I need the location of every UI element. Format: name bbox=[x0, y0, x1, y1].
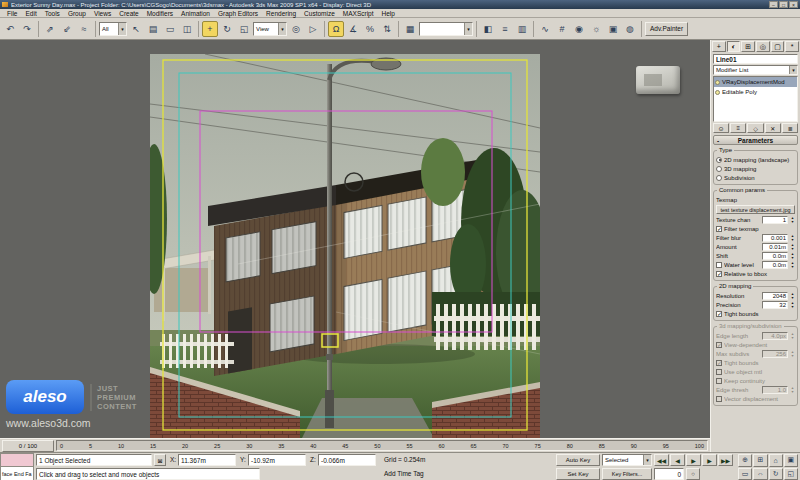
material-editor-icon[interactable]: ◉ bbox=[571, 21, 587, 37]
mirror-icon[interactable]: ◧ bbox=[480, 21, 496, 37]
spinner-down-icon[interactable]: ▾ bbox=[790, 265, 795, 269]
spinner-down-icon[interactable]: ▾ bbox=[790, 247, 795, 251]
3d-mapping-radio[interactable] bbox=[716, 166, 722, 172]
maximize-button[interactable]: □ bbox=[779, 1, 788, 8]
render-view[interactable] bbox=[150, 54, 540, 438]
subdivision-radio[interactable] bbox=[716, 175, 722, 181]
distant-object[interactable] bbox=[636, 66, 680, 94]
resolution-field[interactable]: 2048 bbox=[762, 292, 788, 300]
spinner-icon[interactable]: ▴▾ bbox=[790, 261, 795, 268]
curve-editor-icon[interactable]: ∿ bbox=[537, 21, 553, 37]
chevron-down-icon[interactable]: ▾ bbox=[464, 23, 472, 35]
select-and-move-icon[interactable]: + bbox=[202, 21, 218, 37]
reference-coordinate-system-dropdown[interactable]: View▾ bbox=[253, 22, 287, 36]
z-coordinate-field[interactable]: -0.066m bbox=[318, 454, 376, 466]
spinner-icon[interactable]: ▴▾ bbox=[790, 243, 795, 250]
next-frame-button[interactable]: ▶ bbox=[702, 454, 717, 466]
zoom-icon[interactable]: ⊕ bbox=[738, 454, 752, 467]
water-level-checkbox[interactable] bbox=[716, 262, 722, 268]
zoom-all-icon[interactable]: ⊞ bbox=[753, 454, 767, 467]
menu-tools[interactable]: Tools bbox=[41, 10, 64, 17]
hierarchy-tab[interactable]: ⊞ bbox=[741, 41, 755, 52]
close-button[interactable]: × bbox=[789, 1, 798, 8]
chevron-down-icon[interactable]: ▾ bbox=[278, 23, 286, 35]
named-selection-sets-dropdown[interactable]: ▾ bbox=[419, 22, 473, 36]
display-tab[interactable]: ▢ bbox=[771, 41, 785, 52]
minimize-button[interactable]: – bbox=[769, 1, 778, 8]
key-filters-button[interactable]: Key Filters... bbox=[602, 468, 652, 480]
maxscript-mini-listener-macro[interactable] bbox=[0, 453, 34, 467]
menu-help[interactable]: Help bbox=[378, 10, 399, 17]
timeline-ruler[interactable]: 0510152025303540455055606570758085909510… bbox=[56, 440, 708, 451]
select-by-name-icon[interactable]: ▤ bbox=[145, 21, 161, 37]
y-coordinate-field[interactable]: -10.92m bbox=[248, 454, 306, 466]
spinner-icon[interactable]: ▴▾ bbox=[790, 234, 795, 241]
angle-snap-icon[interactable]: ∡ bbox=[345, 21, 361, 37]
select-and-manipulate-icon[interactable]: ▷ bbox=[305, 21, 321, 37]
zoom-extents-all-icon[interactable]: ▣ bbox=[784, 454, 798, 467]
layer-manager-icon[interactable]: ▥ bbox=[514, 21, 530, 37]
snaps-toggle-icon[interactable]: Ω bbox=[328, 21, 344, 37]
zoom-region-icon[interactable]: ▭ bbox=[738, 468, 752, 480]
pan-icon[interactable]: ⇔ bbox=[753, 468, 767, 480]
filter-blur-field[interactable]: 0.001 bbox=[762, 234, 788, 242]
spinner-down-icon[interactable]: ▾ bbox=[790, 220, 795, 224]
menu-file[interactable]: File bbox=[3, 10, 21, 17]
current-frame-field[interactable]: 0 bbox=[654, 468, 684, 480]
add-time-tag[interactable]: Add Time Tag bbox=[384, 470, 424, 477]
maximize-viewport-toggle-icon[interactable]: ◱ bbox=[784, 468, 798, 480]
spinner-icon[interactable]: ▴▾ bbox=[790, 252, 795, 259]
percent-snap-icon[interactable]: % bbox=[362, 21, 378, 37]
undo-icon[interactable]: ↶ bbox=[2, 21, 18, 37]
spinner-icon[interactable]: ▴▾ bbox=[790, 301, 795, 308]
modify-tab[interactable]: ◐ bbox=[727, 41, 741, 52]
menu-rendering[interactable]: Rendering bbox=[262, 10, 300, 17]
2d-mapping-landscape-radio[interactable] bbox=[716, 157, 722, 163]
select-and-rotate-icon[interactable]: ↻ bbox=[219, 21, 235, 37]
select-and-scale-icon[interactable]: ◱ bbox=[236, 21, 252, 37]
modifier-list-dropdown[interactable]: Modifier List ▾ bbox=[713, 65, 798, 75]
selection-filter-dropdown[interactable]: All▾ bbox=[99, 22, 127, 36]
scene-svg[interactable] bbox=[150, 54, 540, 438]
rectangular-selection-region-icon[interactable]: ▭ bbox=[162, 21, 178, 37]
chevron-down-icon[interactable]: ▾ bbox=[789, 66, 797, 74]
zoom-extents-icon[interactable]: ⌂ bbox=[769, 454, 783, 467]
menu-customize[interactable]: Customize bbox=[300, 10, 339, 17]
spinner-down-icon[interactable]: ▾ bbox=[790, 256, 795, 260]
relative-to-bbox-checkbox[interactable] bbox=[716, 271, 722, 277]
pin-stack-icon[interactable]: ⊙ bbox=[713, 123, 729, 133]
key-mode-dropdown[interactable]: Selected ▾ bbox=[602, 454, 652, 466]
menu-group[interactable]: Group bbox=[64, 10, 90, 17]
water-level-field[interactable]: 0.0m bbox=[762, 261, 788, 269]
use-pivot-center-icon[interactable]: ◎ bbox=[288, 21, 304, 37]
window-crossing-toggle-icon[interactable]: ◫ bbox=[179, 21, 195, 37]
bind-to-space-warp-icon[interactable]: ≈ bbox=[76, 21, 92, 37]
make-unique-icon[interactable]: ◇ bbox=[747, 123, 763, 133]
menu-edit[interactable]: Edit bbox=[21, 10, 40, 17]
go-to-start-button[interactable]: ◀◀ bbox=[654, 454, 669, 466]
key-mode-toggle-icon[interactable]: ○ bbox=[686, 468, 700, 480]
spinner-down-icon[interactable]: ▾ bbox=[790, 296, 795, 300]
modifier-stack-item-editable-poly[interactable]: Editable Poly bbox=[714, 87, 797, 97]
chevron-down-icon[interactable]: ▾ bbox=[118, 23, 126, 35]
go-to-end-button[interactable]: ▶▶ bbox=[718, 454, 733, 466]
chevron-down-icon[interactable]: ▾ bbox=[643, 455, 651, 465]
quick-render-icon[interactable]: ◍ bbox=[622, 21, 638, 37]
maxscript-mini-listener[interactable]: face End Fa bbox=[0, 467, 34, 480]
set-key-button[interactable]: Set Key bbox=[556, 468, 600, 480]
texmap-button[interactable]: test texture displacement.jpg bbox=[716, 205, 795, 214]
align-icon[interactable]: ≡ bbox=[497, 21, 513, 37]
spinner-icon[interactable]: ▴▾ bbox=[790, 216, 795, 223]
play-button[interactable]: ▶ bbox=[686, 454, 701, 466]
texture-chan-field[interactable]: 1 bbox=[762, 216, 788, 224]
create-tab[interactable]: + bbox=[712, 41, 726, 52]
rendered-frame-window-icon[interactable]: ▣ bbox=[605, 21, 621, 37]
show-end-result-icon[interactable]: ≡ bbox=[730, 123, 746, 133]
previous-frame-button[interactable]: ◀ bbox=[670, 454, 685, 466]
schematic-view-icon[interactable]: # bbox=[554, 21, 570, 37]
edit-named-selection-sets-icon[interactable]: ▦ bbox=[402, 21, 418, 37]
menu-maxscript[interactable]: MAXScript bbox=[339, 10, 378, 17]
selection-lock-toggle-icon[interactable]: ⊠ bbox=[154, 454, 166, 466]
adv-painter-button[interactable]: Adv.Painter bbox=[645, 22, 688, 36]
remove-modifier-icon[interactable]: ✕ bbox=[765, 123, 781, 133]
